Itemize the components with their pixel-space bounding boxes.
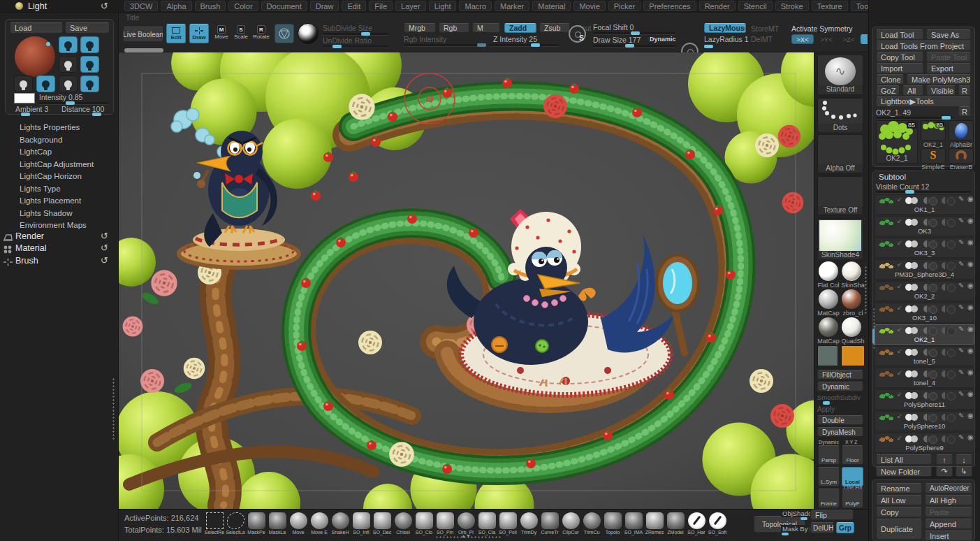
paint-icon[interactable]: ✎	[958, 390, 964, 398]
light-menu-lightcap-adjustment[interactable]: LightCap Adjustment	[20, 160, 94, 168]
eye-icon[interactable]: ◉	[967, 238, 974, 246]
uv-toggle[interactable]	[923, 414, 937, 421]
light-menu-lightcap[interactable]: LightCap	[20, 147, 52, 156]
move-out-folder-button[interactable]: ↷	[936, 466, 953, 477]
polyf-toggle[interactable]: PolyF	[842, 489, 863, 508]
brush-slot[interactable]: SelectRe	[204, 512, 225, 535]
menu-file[interactable]: File	[369, 1, 393, 11]
uv-toggle[interactable]	[923, 219, 937, 226]
undivide-handle[interactable]	[332, 45, 342, 48]
paste-tool-button[interactable]: Paste Tool	[926, 52, 971, 62]
paint-icon[interactable]: ✎	[958, 433, 964, 441]
polypaint-toggle[interactable]	[905, 197, 919, 204]
brush-slot[interactable]: TrimCu	[581, 512, 602, 535]
eye-icon[interactable]: ◉	[967, 217, 974, 224]
tool-thumb-ok21[interactable]: 85	[921, 120, 946, 140]
paint-icon[interactable]: ✎	[958, 368, 964, 376]
brush-slot[interactable]: SelectLa	[225, 512, 246, 535]
distance-handle[interactable]	[92, 113, 101, 116]
draw-size-track[interactable]	[593, 45, 675, 47]
focal-shift-handle[interactable]	[631, 31, 640, 35]
paste-button[interactable]: Paste	[925, 507, 972, 517]
uv-toggle[interactable]	[923, 392, 937, 399]
subdivide-handle[interactable]	[361, 32, 370, 36]
current-material-ball[interactable]	[298, 23, 319, 44]
drag-arrow-icon[interactable]: ↙	[897, 261, 902, 268]
smoothsubdiv-handle[interactable]	[823, 401, 830, 405]
flip-button[interactable]: Flip	[810, 510, 854, 520]
copy-tool-button[interactable]: Copy Tool	[876, 52, 923, 62]
paint-icon[interactable]: ✎	[958, 412, 964, 419]
load-tool-button[interactable]: Load Tool	[876, 29, 923, 40]
menu-document[interactable]: Document	[261, 1, 307, 11]
palette-material[interactable]: Material	[15, 243, 46, 253]
light-bulb-4[interactable]	[80, 56, 99, 73]
brush-slot[interactable]: SO_Poli	[497, 512, 518, 535]
brush-slot[interactable]: TrimDy	[518, 512, 539, 535]
shade-toggle[interactable]	[942, 370, 956, 377]
make-polymesh3d-button[interactable]: Make PolyMesh3D	[907, 74, 971, 85]
zadd-button[interactable]: Zadd	[504, 23, 536, 33]
shade-toggle[interactable]	[942, 219, 956, 226]
render-reset-icon[interactable]: ↺	[101, 231, 108, 240]
live-boolean-button[interactable]: Live Boolean	[123, 27, 163, 42]
paint-icon[interactable]: ✎	[958, 303, 964, 311]
polypaint-toggle[interactable]	[905, 435, 919, 442]
symmetry-y-button[interactable]: >Y<	[817, 34, 836, 44]
shelf-dynamic-button[interactable]: Dynamic	[817, 382, 863, 391]
canvas-scene[interactable]	[119, 52, 814, 509]
uv-toggle[interactable]	[923, 370, 937, 377]
zsub-button[interactable]: Zsub	[539, 23, 570, 33]
draw-size-slider[interactable]: Draw Size 177	[593, 36, 641, 44]
rgb-intensity-track[interactable]	[404, 44, 486, 46]
brush-slot[interactable]: SO_Har	[686, 512, 707, 535]
tool-r-button[interactable]: R	[958, 106, 971, 117]
brush-slot[interactable]: SO_Pin	[434, 512, 455, 535]
polypaint-toggle[interactable]	[905, 414, 919, 421]
brush-slot[interactable]: ZRemes	[644, 512, 665, 535]
menu-movie[interactable]: Movie	[573, 1, 605, 11]
light-color-swatch[interactable]	[14, 93, 35, 103]
light-position-dot[interactable]	[46, 42, 50, 46]
material-reset-icon[interactable]: ↺	[101, 243, 108, 252]
menu-picker[interactable]: Picker	[608, 1, 641, 11]
brush-slot[interactable]: Move	[288, 512, 309, 535]
subtool-header[interactable]: Subtool	[879, 173, 906, 181]
paint-icon[interactable]: ✎	[958, 282, 964, 289]
draw-button[interactable]: Draw	[189, 24, 209, 43]
menu-brush[interactable]: Brush	[195, 1, 226, 11]
symmetry-z-button[interactable]: >Z<	[839, 34, 858, 44]
light-bulb-2[interactable]	[80, 36, 99, 53]
current-material-thumb[interactable]: SkinShade4	[817, 218, 863, 259]
shade-toggle[interactable]	[942, 327, 956, 334]
shade-toggle[interactable]	[942, 305, 956, 312]
symmetry-x-button[interactable]: >X<	[791, 34, 814, 44]
brush-slot[interactable]: ZModel	[665, 512, 686, 535]
palette-brush[interactable]: Brush	[15, 256, 38, 266]
lsym-toggle[interactable]: L.Sym	[818, 467, 840, 486]
shade-toggle[interactable]	[942, 284, 956, 291]
smoothsubdiv-slider[interactable]: SmoothSubdiv	[817, 394, 861, 401]
light-menu-lights-placement[interactable]: Lights Placement	[20, 196, 81, 205]
light-bulb-8[interactable]	[80, 75, 99, 92]
current-stroke-thumb[interactable]: Dots	[817, 98, 863, 131]
symmetry-r-chip[interactable]	[861, 34, 868, 44]
brush-slot[interactable]: SO_IMA	[623, 512, 644, 535]
material-zbro[interactable]	[842, 289, 861, 309]
uv-toggle[interactable]	[923, 327, 937, 334]
save-as-button[interactable]: Save As	[926, 29, 971, 40]
light-reset-icon[interactable]: ↺	[101, 1, 108, 10]
mrgb-button[interactable]: Mrgb	[404, 23, 436, 33]
tool-thumb-simplee[interactable]: S	[921, 148, 946, 164]
light-save-button[interactable]: Save	[65, 22, 110, 34]
polypaint-toggle[interactable]	[905, 284, 919, 291]
goz-visible-button[interactable]: Visible	[926, 85, 956, 96]
brush-slot[interactable]: SO_Cla	[476, 512, 497, 535]
current-brush-thumb[interactable]: ∿ Standard	[817, 55, 863, 95]
insert-button[interactable]: Insert	[925, 531, 972, 541]
persp-toggle[interactable]: Persp	[818, 445, 840, 465]
visible-count-handle[interactable]	[905, 190, 914, 194]
subtool-row[interactable]: ↙✎◉PM3D_Sphere3D_4	[875, 259, 974, 280]
menu-stroke[interactable]: Stroke	[775, 1, 809, 11]
drag-arrow-icon[interactable]: ↙	[897, 239, 902, 246]
